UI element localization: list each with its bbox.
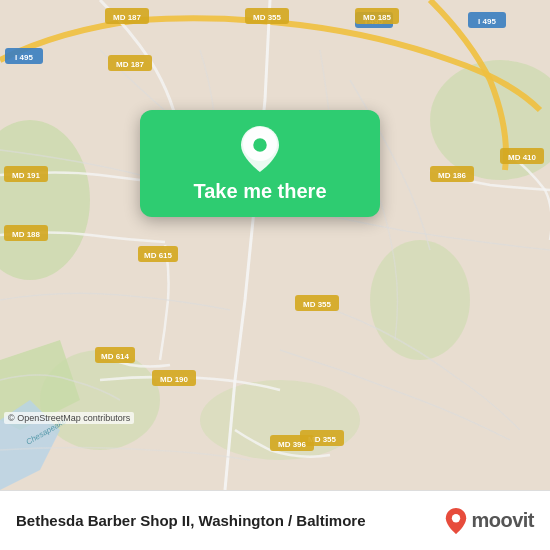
svg-text:MD 187: MD 187 <box>116 60 145 69</box>
svg-text:I 495: I 495 <box>15 53 33 62</box>
moovit-logo: moovit <box>445 508 534 534</box>
svg-text:MD 355: MD 355 <box>253 13 282 22</box>
svg-point-45 <box>452 514 460 522</box>
svg-text:MD 615: MD 615 <box>144 251 173 260</box>
place-name: Bethesda Barber Shop II, Washington / Ba… <box>16 512 445 529</box>
svg-point-3 <box>370 240 470 360</box>
svg-text:MD 188: MD 188 <box>12 230 41 239</box>
svg-text:MD 186: MD 186 <box>438 171 467 180</box>
moovit-text: moovit <box>471 509 534 532</box>
bottom-bar: Bethesda Barber Shop II, Washington / Ba… <box>0 490 550 550</box>
svg-text:MD 355: MD 355 <box>303 300 332 309</box>
svg-text:MD 187: MD 187 <box>113 13 142 22</box>
svg-text:MD 396: MD 396 <box>278 440 307 449</box>
moovit-pin-icon <box>445 508 467 534</box>
take-me-there-popup[interactable]: Take me there <box>140 110 380 217</box>
svg-text:MD 185: MD 185 <box>363 13 392 22</box>
location-pin-icon <box>241 126 279 172</box>
svg-text:MD 190: MD 190 <box>160 375 189 384</box>
svg-point-6 <box>40 350 160 450</box>
svg-text:I 495: I 495 <box>478 17 496 26</box>
popup-label: Take me there <box>193 180 326 203</box>
svg-text:MD 614: MD 614 <box>101 352 130 361</box>
svg-point-44 <box>252 137 268 153</box>
svg-text:MD 410: MD 410 <box>508 153 537 162</box>
svg-text:MD 191: MD 191 <box>12 171 41 180</box>
osm-attribution: © OpenStreetMap contributors <box>4 412 134 424</box>
map-container: I 495 I 495 I 495 MD 187 MD 187 MD 355 M… <box>0 0 550 490</box>
